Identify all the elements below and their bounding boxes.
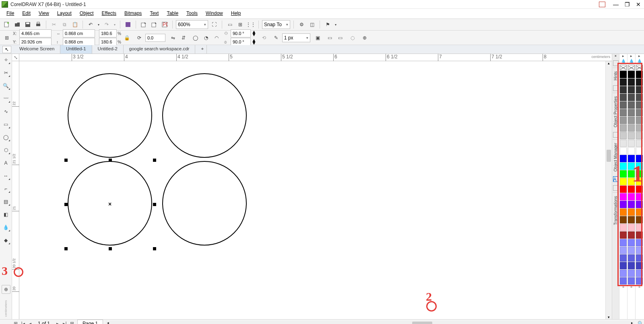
menu-edit[interactable]: Edit [18, 9, 35, 19]
docker-object-properties[interactable]: Object Properties [613, 93, 619, 130]
palette-swatch[interactable] [620, 277, 627, 285]
selection-handle[interactable] [109, 159, 112, 162]
doc-tab-untitled-2[interactable]: Untitled-2 [92, 45, 124, 54]
palette-swatch[interactable] [620, 86, 627, 93]
palette-swatch[interactable] [620, 147, 627, 155]
palette-swatch[interactable] [628, 109, 635, 116]
palette-eyedropper-icon[interactable]: 💧 [627, 59, 635, 64]
docker-object-manager[interactable]: Object Manager [613, 139, 619, 175]
palette-swatch[interactable] [620, 178, 627, 185]
ellipse-mode-button[interactable]: ◯ [191, 33, 200, 42]
docker-hints[interactable]: Hints [613, 68, 619, 84]
drawing-area[interactable]: × [19, 61, 605, 319]
palette-swatch[interactable] [628, 132, 635, 139]
drop-shadow-tool[interactable]: ▤ [2, 197, 10, 206]
width-input[interactable] [63, 29, 95, 37]
palette-swatch[interactable] [636, 231, 643, 239]
palette-swatch[interactable] [620, 231, 627, 239]
menu-help[interactable]: Help [227, 9, 245, 19]
zoom-tool[interactable]: 🔍 [2, 81, 10, 90]
artistic-media-tool[interactable]: ∿ [2, 107, 10, 116]
menu-effects[interactable]: Effects [98, 9, 120, 19]
palette-swatch[interactable] [628, 239, 635, 246]
vertical-ruler[interactable]: 2221 1/22120 1/220 [12, 61, 19, 319]
palette-swatch[interactable] [636, 78, 643, 86]
menu-layout[interactable]: Layout [53, 9, 76, 19]
palette-swatch[interactable] [628, 208, 635, 216]
selection-handle[interactable] [64, 203, 68, 206]
vscroll-thumb[interactable] [607, 150, 611, 162]
quick-customize-toolbox[interactable]: ⊕ [2, 285, 10, 294]
redo-button[interactable]: ↷ [102, 20, 111, 29]
palette-swatch[interactable] [628, 124, 635, 132]
last-page-button[interactable]: ▸| [61, 321, 68, 324]
outline-width-combo[interactable]: 1 px [282, 33, 310, 42]
palette-more-icon[interactable]: » [627, 285, 635, 290]
crop-tool[interactable]: ✂ [2, 68, 10, 77]
docker-icon[interactable] [613, 85, 619, 91]
palette-swatch[interactable] [628, 78, 635, 86]
rotation-input[interactable] [145, 34, 165, 42]
next-page-button[interactable]: ▸ [54, 321, 61, 324]
palette-arrow[interactable]: ▸ [619, 54, 627, 59]
menu-table[interactable]: Table [163, 9, 182, 19]
export-button[interactable] [150, 20, 159, 29]
palette-swatch[interactable] [620, 239, 627, 246]
palette-no-color[interactable] [636, 65, 643, 70]
rectangle-tool[interactable]: ▭ [2, 120, 10, 129]
convert-curves-button[interactable]: ◌ [348, 33, 357, 42]
prev-page-button[interactable]: ◂ [27, 321, 34, 324]
open-button[interactable] [13, 20, 22, 29]
import-button[interactable] [139, 20, 148, 29]
first-page-button[interactable]: |◂ [19, 321, 27, 324]
palette-swatch[interactable] [620, 224, 627, 231]
palette-swatch[interactable] [628, 94, 635, 101]
palette-more-icon[interactable]: » [619, 285, 627, 290]
publish-pdf-button[interactable]: PDF [160, 20, 169, 29]
dimension-tool[interactable]: ↔ [2, 171, 10, 180]
quick-customize-button[interactable]: ⊕ [360, 33, 369, 42]
palette-swatch[interactable] [636, 124, 643, 132]
palette-swatch[interactable] [628, 193, 635, 200]
palette-swatch[interactable] [636, 208, 643, 216]
ellipse-object[interactable] [68, 73, 152, 158]
palette-swatch[interactable] [628, 231, 635, 239]
palette-swatch[interactable] [620, 132, 627, 139]
interactive-fill-tool[interactable]: ◆ [2, 236, 10, 245]
palette-no-color[interactable] [628, 65, 635, 70]
freehand-tool[interactable]: 〰 [2, 94, 10, 103]
swap-direction-button[interactable]: ⟲ [260, 33, 268, 42]
menu-object[interactable]: Object [76, 9, 98, 19]
palette-swatch[interactable] [628, 201, 635, 208]
shape-tool[interactable]: ✧ [2, 56, 10, 64]
doc-tab-google-search[interactable]: google search workspace.cdr [124, 45, 196, 54]
palette-swatch[interactable] [636, 132, 643, 139]
wrap-text-button[interactable]: ▣ [314, 33, 322, 42]
selection-handle[interactable] [153, 203, 156, 206]
minimize-button[interactable]: — [612, 1, 620, 8]
palette-swatch[interactable] [620, 208, 627, 216]
paste-button[interactable]: 📋 [70, 20, 79, 29]
palette-swatch[interactable] [620, 201, 627, 208]
docker-icon[interactable]: A [613, 176, 619, 182]
palette-eyedropper-icon[interactable]: 💧 [636, 59, 643, 64]
maximize-button[interactable]: ❐ [623, 1, 631, 8]
navigator-button[interactable]: 🔍 [637, 321, 644, 324]
palette-swatch[interactable] [628, 140, 635, 147]
welcome-dropdown[interactable]: ▾ [334, 20, 338, 29]
spin-down[interactable]: ▼ [252, 33, 256, 36]
palette-arrow[interactable]: ▸ [636, 54, 643, 59]
palette-swatch[interactable] [628, 262, 635, 269]
menu-view[interactable]: View [35, 9, 53, 19]
palette-swatch[interactable] [620, 170, 627, 177]
palette-swatch[interactable] [628, 117, 635, 124]
palette-swatch[interactable] [628, 86, 635, 93]
redo-dropdown[interactable]: ▾ [113, 20, 117, 29]
start-angle-input[interactable] [231, 29, 251, 37]
palette-swatch[interactable] [620, 71, 627, 78]
transparency-tool[interactable]: ◧ [2, 210, 10, 219]
palette-swatch[interactable] [636, 94, 643, 101]
palette-swatch[interactable] [620, 117, 627, 124]
zoom-combo[interactable]: 600% [176, 20, 208, 29]
arc-mode-button[interactable]: ◠ [212, 33, 221, 42]
